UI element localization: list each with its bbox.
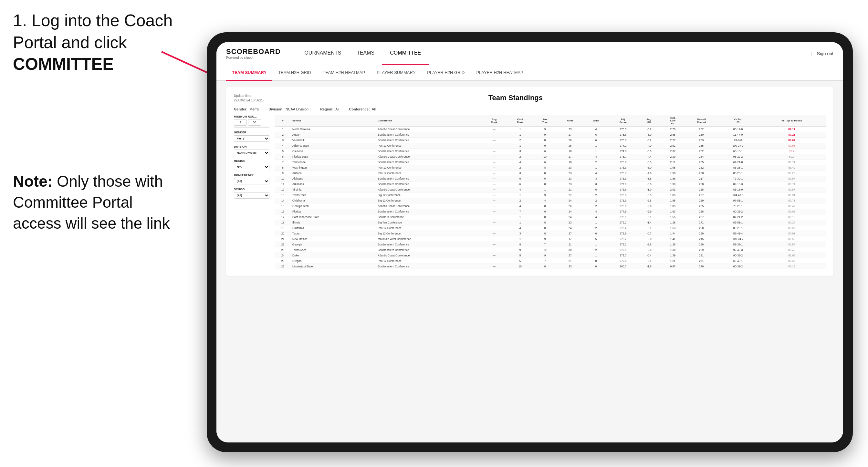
cell-vs25: 76-25-1 bbox=[718, 204, 758, 209]
cell-reg-rank: — bbox=[481, 149, 507, 154]
cell-overall: 215 bbox=[684, 237, 718, 242]
cell-conference: Pac-12 Conference bbox=[377, 170, 481, 176]
cell-vs25: 59-39-1 bbox=[718, 242, 758, 247]
school-select[interactable]: (All) bbox=[234, 192, 270, 198]
cell-school: Georgia bbox=[291, 242, 377, 247]
cell-overall: 260 bbox=[684, 225, 718, 231]
cell-adj-score: 278.2 bbox=[609, 225, 637, 231]
sub-nav-player-h2h-heatmap[interactable]: PLAYER H2H HEATMAP bbox=[470, 65, 529, 81]
sign-out[interactable]: | Sign out bbox=[811, 51, 833, 56]
cell-avg-sg: -3.8 bbox=[637, 182, 661, 187]
filters-sidebar: Minimum Rou... Gender Men's Women' bbox=[234, 115, 270, 269]
nav-teams[interactable]: TEAMS bbox=[349, 42, 382, 65]
min-input[interactable] bbox=[234, 119, 247, 126]
gender-select[interactable]: Men's Women's bbox=[234, 135, 270, 142]
top-nav: SCOREBOARD Powered by clippd TOURNAMENTS… bbox=[216, 42, 843, 65]
table-row: 22 Georgia Southeastern Conference — 8 7… bbox=[275, 242, 826, 247]
cell-no-tour: 6 bbox=[533, 176, 557, 182]
cell-conference: Southeastern Conference bbox=[377, 160, 481, 165]
cell-vs50: 80.71 bbox=[758, 182, 826, 187]
table-row: 16 Florida Southeastern Conference — 7 9… bbox=[275, 209, 826, 214]
cell-avg-low: 1.28 bbox=[661, 242, 684, 247]
cell-school: North Carolina bbox=[291, 127, 377, 132]
cell-no-tour: 9 bbox=[533, 143, 557, 149]
cell-conference: Southeastern Conference bbox=[377, 242, 481, 247]
cell-no-tour: 10 bbox=[533, 154, 557, 160]
cell-avg-sg: -5.1 bbox=[637, 225, 661, 231]
sub-nav-player-h2h-grid[interactable]: PLAYER H2H GRID bbox=[421, 65, 470, 81]
cell-reg-rank: — bbox=[481, 258, 507, 264]
conference-select[interactable]: (All) bbox=[234, 178, 270, 184]
nav-items: TOURNAMENTS TEAMS COMMITTEE bbox=[293, 42, 811, 65]
cell-adj-score: 274.8 bbox=[609, 149, 637, 154]
cell-avg-low: 1.28 bbox=[661, 220, 684, 225]
cell-vs50: 80.02 bbox=[758, 209, 826, 214]
table-row: 19 California Pac-12 Conference — 4 8 24… bbox=[275, 225, 826, 231]
sign-out-label[interactable]: Sign out bbox=[817, 51, 833, 56]
cell-reg-rank: — bbox=[481, 127, 507, 132]
sub-nav-team-h2h-heatmap[interactable]: TEAM H2H HEATMAP bbox=[317, 65, 371, 81]
cell-reg-rank: — bbox=[481, 160, 507, 165]
cell-wins: 6 bbox=[583, 231, 609, 237]
cell-no-tour: 8 bbox=[533, 264, 557, 269]
cell-rnds: 23 bbox=[557, 182, 583, 187]
col-avg-low: Avg.LowRd. bbox=[661, 115, 684, 127]
cell-avg-low: 1.90 bbox=[661, 182, 684, 187]
region-label: Region: bbox=[320, 107, 333, 111]
cell-conf-rank: 4 bbox=[507, 204, 533, 209]
filter-row: Gender: Men's Division: NCAA Division I … bbox=[234, 107, 826, 111]
cell-vs25: 97-51-1 bbox=[718, 198, 758, 204]
cell-overall: 266 bbox=[684, 242, 718, 247]
cell-school: Oregon bbox=[291, 258, 377, 264]
cell-avg-low: 2.37 bbox=[661, 149, 684, 154]
cell-wins: 6 bbox=[583, 187, 609, 192]
region-value: All bbox=[335, 107, 339, 111]
nav-committee[interactable]: COMMITTEE bbox=[382, 42, 429, 65]
col-no-tour: NoTour bbox=[533, 115, 557, 127]
cell-reg-rank: — bbox=[481, 204, 507, 209]
cell-rank: 7 bbox=[275, 160, 291, 165]
division-select[interactable]: NCAA Division I bbox=[234, 150, 270, 156]
conference-filter: Conference: All bbox=[349, 107, 375, 111]
cell-rnds: 21 bbox=[557, 242, 583, 247]
nav-tournaments[interactable]: TOURNAMENTS bbox=[293, 42, 349, 65]
cell-conf-rank: 1 bbox=[507, 132, 533, 137]
sub-nav-team-summary[interactable]: TEAM SUMMARY bbox=[226, 65, 272, 81]
cell-school: Arkansas bbox=[291, 182, 377, 187]
cell-vs25: 90-33-2 bbox=[718, 253, 758, 258]
cell-rnds: 27 bbox=[557, 192, 583, 198]
cell-conf-rank: 5 bbox=[507, 258, 533, 264]
scoreboard-logo: SCOREBOARD Powered by clippd bbox=[226, 48, 281, 59]
cell-conference: Mountain West Conference bbox=[377, 237, 481, 242]
cell-overall: 271 bbox=[684, 258, 718, 264]
cell-rank: 22 bbox=[275, 242, 291, 247]
cell-vs50: 80.94 bbox=[758, 176, 826, 182]
cell-overall: 258 bbox=[684, 209, 718, 214]
cell-avg-low: 1.85 bbox=[661, 204, 684, 209]
cell-conf-rank: 4 bbox=[507, 225, 533, 231]
sub-nav-player-summary[interactable]: PLAYER SUMMARY bbox=[371, 65, 421, 81]
filter-range bbox=[234, 119, 270, 126]
cell-adj-score: 275.7 bbox=[609, 154, 637, 160]
table-row: 12 Virginia Atlantic Coast Conference — … bbox=[275, 187, 826, 192]
cell-rnds: 24 bbox=[557, 198, 583, 204]
cell-adj-score: 276.3 bbox=[609, 165, 637, 170]
region-select[interactable]: N/A bbox=[234, 164, 270, 170]
cell-no-tour: 9 bbox=[533, 209, 557, 214]
cell-avg-sg: -3.5 bbox=[637, 176, 661, 182]
cell-rnds: 23 bbox=[557, 176, 583, 182]
cell-rnds: 24 bbox=[557, 209, 583, 214]
cell-rank: 12 bbox=[275, 187, 291, 192]
cell-school: Tennessee bbox=[291, 160, 377, 165]
table-row: 25 Oregon Pac-12 Conference — 5 7 21 0 2… bbox=[275, 258, 826, 264]
cell-vs25: 104-43-3 bbox=[718, 192, 758, 198]
max-input[interactable] bbox=[248, 119, 261, 126]
cell-rnds: 30 bbox=[557, 247, 583, 253]
table-row: 20 Texas Big 12 Conference — 3 8 27 6 27… bbox=[275, 231, 826, 237]
sub-nav-team-h2h-grid[interactable]: TEAM H2H GRID bbox=[272, 65, 317, 81]
cell-reg-rank: — bbox=[481, 170, 507, 176]
cell-reg-rank: — bbox=[481, 220, 507, 225]
cell-conf-rank: 1 bbox=[507, 237, 533, 242]
cell-avg-sg: -2.6 bbox=[637, 198, 661, 204]
cell-vs50: 80.24 bbox=[758, 220, 826, 225]
